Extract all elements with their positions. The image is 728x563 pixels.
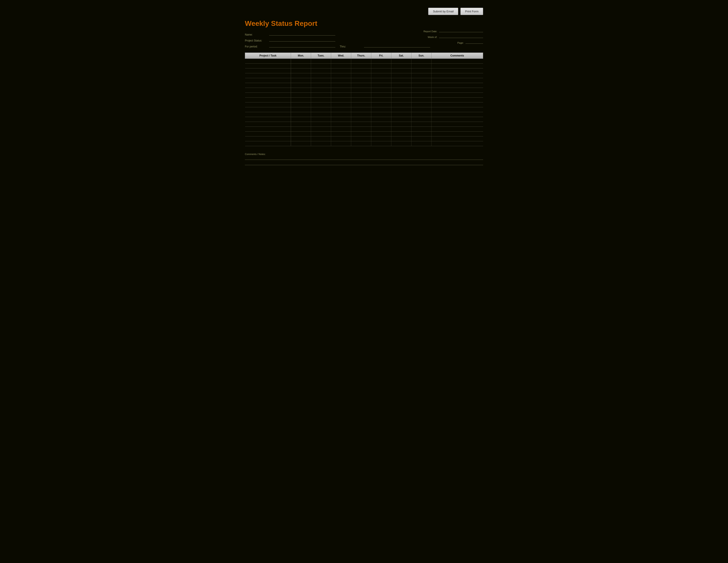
- table-cell[interactable]: [432, 68, 483, 73]
- table-cell[interactable]: [432, 107, 483, 112]
- table-cell[interactable]: [391, 141, 411, 146]
- table-cell[interactable]: [351, 83, 371, 88]
- table-cell[interactable]: [351, 127, 371, 132]
- table-cell[interactable]: [411, 64, 432, 68]
- table-cell[interactable]: [391, 88, 411, 93]
- table-cell[interactable]: [331, 68, 351, 73]
- table-cell[interactable]: [391, 122, 411, 127]
- table-cell[interactable]: [411, 141, 432, 146]
- table-row[interactable]: [245, 127, 483, 132]
- table-cell[interactable]: [391, 93, 411, 98]
- table-cell[interactable]: [411, 98, 432, 102]
- table-cell[interactable]: [311, 127, 331, 132]
- project-status-field[interactable]: [269, 38, 335, 41]
- table-cell[interactable]: [245, 117, 291, 122]
- table-cell[interactable]: [331, 132, 351, 136]
- table-cell[interactable]: [391, 78, 411, 83]
- table-cell[interactable]: [432, 122, 483, 127]
- table-cell[interactable]: [245, 112, 291, 117]
- table-cell[interactable]: [432, 73, 483, 78]
- table-row[interactable]: [245, 64, 483, 68]
- print-form-button[interactable]: Print Form: [460, 8, 483, 15]
- table-row[interactable]: [245, 107, 483, 112]
- table-cell[interactable]: [245, 88, 291, 93]
- table-cell[interactable]: [311, 98, 331, 102]
- table-cell[interactable]: [311, 141, 331, 146]
- table-cell[interactable]: [371, 136, 391, 141]
- table-row[interactable]: [245, 59, 483, 64]
- table-cell[interactable]: [411, 83, 432, 88]
- table-cell[interactable]: [245, 68, 291, 73]
- table-cell[interactable]: [351, 78, 371, 83]
- table-cell[interactable]: [411, 122, 432, 127]
- table-row[interactable]: [245, 141, 483, 146]
- table-cell[interactable]: [311, 64, 331, 68]
- table-cell[interactable]: [311, 93, 331, 98]
- table-cell[interactable]: [291, 141, 311, 146]
- table-cell[interactable]: [371, 132, 391, 136]
- table-cell[interactable]: [351, 59, 371, 64]
- table-cell[interactable]: [291, 112, 311, 117]
- table-cell[interactable]: [371, 88, 391, 93]
- table-row[interactable]: [245, 93, 483, 98]
- table-cell[interactable]: [245, 107, 291, 112]
- table-cell[interactable]: [331, 93, 351, 98]
- table-cell[interactable]: [432, 59, 483, 64]
- report-date-field[interactable]: [439, 29, 483, 32]
- table-cell[interactable]: [391, 73, 411, 78]
- table-cell[interactable]: [432, 102, 483, 107]
- table-cell[interactable]: [432, 141, 483, 146]
- table-cell[interactable]: [351, 117, 371, 122]
- table-cell[interactable]: [331, 141, 351, 146]
- table-cell[interactable]: [391, 68, 411, 73]
- table-cell[interactable]: [245, 78, 291, 83]
- table-cell[interactable]: [291, 98, 311, 102]
- table-cell[interactable]: [371, 122, 391, 127]
- table-row[interactable]: [245, 68, 483, 73]
- week-of-field[interactable]: [439, 34, 483, 38]
- table-row[interactable]: [245, 88, 483, 93]
- table-cell[interactable]: [331, 107, 351, 112]
- table-cell[interactable]: [411, 132, 432, 136]
- table-row[interactable]: [245, 136, 483, 141]
- table-cell[interactable]: [245, 83, 291, 88]
- table-cell[interactable]: [291, 83, 311, 88]
- table-cell[interactable]: [291, 136, 311, 141]
- table-cell[interactable]: [351, 136, 371, 141]
- table-cell[interactable]: [411, 88, 432, 93]
- table-cell[interactable]: [391, 107, 411, 112]
- table-cell[interactable]: [291, 64, 311, 68]
- table-cell[interactable]: [331, 83, 351, 88]
- table-cell[interactable]: [411, 102, 432, 107]
- table-cell[interactable]: [432, 88, 483, 93]
- table-cell[interactable]: [311, 136, 331, 141]
- table-cell[interactable]: [351, 88, 371, 93]
- table-cell[interactable]: [371, 107, 391, 112]
- table-cell[interactable]: [311, 78, 331, 83]
- table-cell[interactable]: [311, 59, 331, 64]
- submit-email-button[interactable]: Submit by Email: [428, 8, 458, 15]
- comments-line-1[interactable]: [245, 156, 483, 160]
- table-cell[interactable]: [391, 102, 411, 107]
- table-cell[interactable]: [291, 73, 311, 78]
- table-cell[interactable]: [331, 112, 351, 117]
- table-cell[interactable]: [411, 59, 432, 64]
- table-cell[interactable]: [291, 88, 311, 93]
- table-cell[interactable]: [371, 93, 391, 98]
- table-cell[interactable]: [291, 132, 311, 136]
- table-cell[interactable]: [331, 98, 351, 102]
- table-cell[interactable]: [391, 64, 411, 68]
- table-cell[interactable]: [371, 78, 391, 83]
- table-cell[interactable]: [371, 112, 391, 117]
- table-cell[interactable]: [432, 112, 483, 117]
- table-cell[interactable]: [391, 112, 411, 117]
- table-cell[interactable]: [291, 68, 311, 73]
- table-cell[interactable]: [411, 127, 432, 132]
- table-cell[interactable]: [351, 102, 371, 107]
- table-cell[interactable]: [371, 141, 391, 146]
- table-cell[interactable]: [245, 59, 291, 64]
- name-field[interactable]: [269, 32, 335, 36]
- table-cell[interactable]: [291, 93, 311, 98]
- table-cell[interactable]: [311, 68, 331, 73]
- table-cell[interactable]: [245, 122, 291, 127]
